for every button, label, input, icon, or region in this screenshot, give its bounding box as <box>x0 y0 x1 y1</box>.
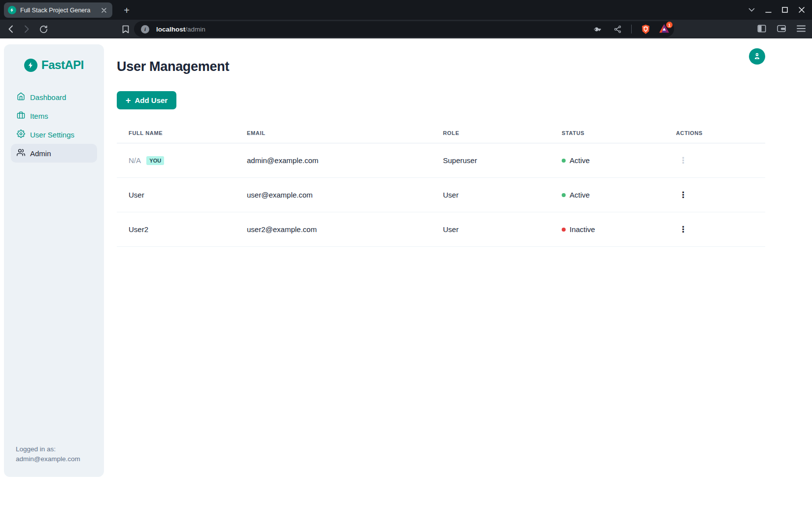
window-controls <box>743 0 812 20</box>
users-icon <box>17 148 25 158</box>
header-actions: ACTIONS <box>664 124 765 143</box>
status-dot <box>562 159 566 163</box>
header-status: STATUS <box>550 124 664 143</box>
sidebar-panel-icon[interactable] <box>755 22 769 35</box>
cell-status: Active <box>570 156 590 165</box>
home-icon <box>17 92 25 102</box>
rewards-badge-count: 1 <box>666 22 673 28</box>
cell-status: Active <box>570 191 590 199</box>
cell-full-name: N/A <box>129 156 140 165</box>
cell-role: Superuser <box>431 143 550 178</box>
cell-email: admin@example.com <box>235 143 431 178</box>
browser-tab[interactable]: Full Stack Project Genera <box>4 2 112 18</box>
site-info-icon[interactable]: i <box>141 25 149 34</box>
logo-text: FastAPI <box>41 58 84 72</box>
logged-in-info: Logged in as: admin@example.com <box>16 444 80 464</box>
sidebar: FastAPI Dashboard Items User Settings Ad… <box>4 44 104 477</box>
fastapi-logo: FastAPI <box>11 58 97 72</box>
url-host: localhost <box>156 26 185 33</box>
url-path: /admin <box>185 26 205 33</box>
plus-icon: + <box>126 96 131 105</box>
sidebar-item-label: User Settings <box>30 131 74 139</box>
minimize-button[interactable] <box>760 0 777 20</box>
cell-full-name: User2 <box>117 212 235 247</box>
browser-titlebar: Full Stack Project Genera + <box>0 0 812 20</box>
add-user-label: Add User <box>135 96 168 104</box>
cell-status: Inactive <box>570 225 595 234</box>
header-role: ROLE <box>431 124 550 143</box>
url-text: localhost/admin <box>156 26 205 33</box>
you-badge: YOU <box>146 156 164 165</box>
sidebar-item-label: Dashboard <box>30 93 66 101</box>
toolbar-separator <box>631 25 632 34</box>
table-row: User user@example.com User Active ⋮ <box>117 178 765 212</box>
row-actions-kebab-icon[interactable]: ⋮ <box>676 190 690 200</box>
sidebar-item-label: Items <box>30 112 48 120</box>
new-tab-button[interactable]: + <box>120 4 133 17</box>
brave-shield-icon[interactable] <box>639 22 652 36</box>
url-bar[interactable]: i localhost/admin 1 <box>134 21 674 37</box>
share-icon[interactable] <box>610 22 624 36</box>
table-header-row: FULL NAME EMAIL ROLE STATUS ACTIONS <box>117 124 765 143</box>
tab-title: Full Stack Project Genera <box>20 7 100 14</box>
tab-close-icon[interactable] <box>100 6 108 15</box>
cell-email: user2@example.com <box>235 212 431 247</box>
bookmark-icon[interactable] <box>118 22 133 36</box>
table-row: User2 user2@example.com User Inactive ⋮ <box>117 212 765 247</box>
cell-email: user@example.com <box>235 178 431 212</box>
header-full-name: FULL NAME <box>117 124 235 143</box>
status-dot <box>562 228 566 232</box>
sidebar-item-user-settings[interactable]: User Settings <box>11 125 97 144</box>
row-actions-kebab-icon[interactable]: ⋮ <box>676 155 690 166</box>
table-row: N/A YOU admin@example.com Superuser Acti… <box>117 143 765 178</box>
app-page: FastAPI Dashboard Items User Settings Ad… <box>0 38 812 505</box>
logged-in-label: Logged in as: <box>16 444 80 454</box>
sidebar-item-admin[interactable]: Admin <box>11 144 97 163</box>
header-email: EMAIL <box>235 124 431 143</box>
toolbar-right-icons <box>755 22 808 35</box>
sidebar-item-items[interactable]: Items <box>11 106 97 125</box>
maximize-button[interactable] <box>777 0 793 20</box>
row-actions-kebab-icon[interactable]: ⋮ <box>676 224 690 235</box>
fastapi-bolt-icon <box>24 59 37 72</box>
wallet-icon[interactable] <box>775 22 788 35</box>
main-content: User Management + Add User FULL NAME EMA… <box>104 38 812 505</box>
briefcase-icon <box>17 111 25 121</box>
cell-role: User <box>431 212 550 247</box>
gear-icon <box>17 130 25 139</box>
status-dot <box>562 193 566 197</box>
tab-search-chevron-icon[interactable] <box>743 0 760 20</box>
forward-button[interactable] <box>19 22 34 36</box>
password-key-icon[interactable] <box>590 22 604 36</box>
menu-hamburger-icon[interactable] <box>794 22 808 35</box>
cell-full-name: User <box>117 178 235 212</box>
cell-role: User <box>431 178 550 212</box>
sidebar-item-label: Admin <box>30 149 51 158</box>
page-title: User Management <box>117 59 804 74</box>
fastapi-favicon-icon <box>8 6 16 14</box>
users-table: FULL NAME EMAIL ROLE STATUS ACTIONS N/A … <box>117 124 765 247</box>
reload-button[interactable] <box>36 22 51 36</box>
sidebar-item-dashboard[interactable]: Dashboard <box>11 88 97 106</box>
add-user-button[interactable]: + Add User <box>117 91 176 109</box>
logged-in-email: admin@example.com <box>16 454 80 464</box>
brave-rewards-icon[interactable]: 1 <box>659 24 669 34</box>
close-window-button[interactable] <box>793 0 810 20</box>
back-button[interactable] <box>3 22 18 36</box>
